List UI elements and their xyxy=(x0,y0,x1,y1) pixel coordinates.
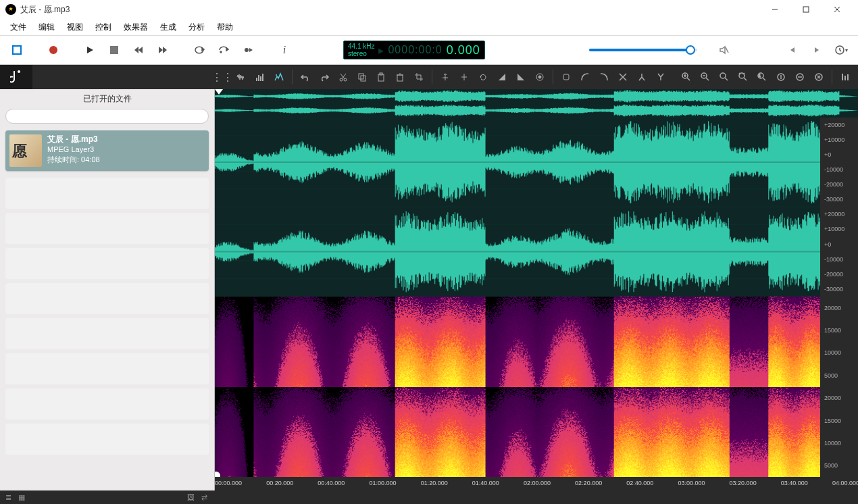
svg-marker-6 xyxy=(87,47,93,53)
tab-indicator[interactable] xyxy=(0,65,32,89)
file-name: 艾辰 - 愿.mp3 xyxy=(47,134,205,145)
menu-effects[interactable]: 效果器 xyxy=(118,20,154,35)
record-button[interactable] xyxy=(43,40,64,60)
svg-marker-19 xyxy=(815,47,819,53)
anchor-mid-icon[interactable] xyxy=(455,68,473,86)
freq-scale-right: 2000015000100005000 xyxy=(820,387,858,478)
minimize-button[interactable] xyxy=(759,0,790,19)
vzoom-in-icon[interactable] xyxy=(772,68,790,86)
menu-control[interactable]: 控制 xyxy=(89,20,118,35)
menu-file[interactable]: 文件 xyxy=(4,20,32,35)
zoom-sel-icon[interactable] xyxy=(715,68,733,86)
mute-button[interactable] xyxy=(713,40,734,60)
svg-point-21 xyxy=(18,70,20,73)
svg-line-17 xyxy=(726,47,728,53)
stop-button[interactable] xyxy=(104,40,124,60)
curve2-icon[interactable] xyxy=(595,68,613,86)
freq-scale-left: 2000015000100005000 xyxy=(820,297,858,387)
menu-analyze[interactable]: 分析 xyxy=(182,20,211,35)
svg-marker-9 xyxy=(138,47,143,53)
anchor-loop-icon[interactable] xyxy=(474,68,492,86)
zoom-1to1-icon[interactable]: 1 xyxy=(753,68,771,86)
vzoom-out-icon[interactable] xyxy=(791,68,809,86)
undo-icon[interactable] xyxy=(297,68,314,86)
fade-out-icon[interactable] xyxy=(512,68,530,86)
zoom-out-icon[interactable] xyxy=(697,68,714,86)
loop-button[interactable] xyxy=(189,40,209,60)
rewind-button[interactable] xyxy=(128,40,149,60)
svg-text:1: 1 xyxy=(759,74,761,78)
empty-slot xyxy=(5,424,209,455)
cut-icon[interactable] xyxy=(334,68,352,86)
menu-help[interactable]: 帮助 xyxy=(211,20,239,35)
play-button[interactable] xyxy=(80,40,100,60)
marker-icon[interactable] xyxy=(557,68,575,86)
menu-generate[interactable]: 生成 xyxy=(154,20,182,35)
nav-back-button[interactable] xyxy=(782,40,803,60)
menu-view[interactable]: 视图 xyxy=(61,20,89,35)
history-button[interactable]: ▾ xyxy=(831,40,851,60)
cross-icon[interactable] xyxy=(614,68,632,86)
time-ruler[interactable]: 00:00.00000:20.00000:40.00001:00.00001:2… xyxy=(215,477,858,490)
grip-icon[interactable]: ⋮⋮ xyxy=(213,68,231,86)
status-list-icon[interactable]: ≣ xyxy=(5,493,11,502)
svg-rect-1 xyxy=(803,7,809,12)
svg-rect-23 xyxy=(258,75,259,81)
waveform-right[interactable]: +20000+10000+0-10000-20000-30000 xyxy=(215,207,858,297)
spectrogram-right[interactable]: 2000015000100005000 xyxy=(215,387,858,478)
levels-icon[interactable] xyxy=(836,68,854,86)
spectrogram-left[interactable]: 2000015000100005000 xyxy=(215,297,858,387)
tools-toolbar: ⋮⋮ 1 xyxy=(0,65,858,89)
counter-gray: 0000:00:0 xyxy=(388,44,442,56)
crop-icon[interactable] xyxy=(410,68,428,86)
record-to-new-button[interactable] xyxy=(238,40,258,60)
fade-in-icon[interactable] xyxy=(493,68,511,86)
loop-selection-button[interactable] xyxy=(213,40,234,60)
amp-scale-right: +20000+10000+0-10000-20000-30000 xyxy=(820,207,858,297)
volume-slider[interactable] xyxy=(589,49,697,51)
svg-marker-8 xyxy=(134,47,138,53)
paste-icon[interactable] xyxy=(372,68,390,86)
status-grid-icon[interactable]: ▦ xyxy=(18,493,25,502)
merge-icon[interactable] xyxy=(652,68,670,86)
waveform-left[interactable]: +20000+10000+0-10000-20000-30000 xyxy=(215,118,858,207)
svg-rect-33 xyxy=(397,75,403,81)
file-card[interactable]: 艾辰 - 愿.mp3 MPEG Layer3 持续时间: 04:08 ⚭▸ xyxy=(5,130,209,171)
vzoom-fit-icon[interactable] xyxy=(810,68,828,86)
redo-icon[interactable] xyxy=(316,68,333,86)
search-input[interactable] xyxy=(5,109,209,124)
svg-marker-35 xyxy=(518,74,524,80)
zoom-in-icon[interactable] xyxy=(678,68,695,86)
spectral-view-icon[interactable] xyxy=(270,68,288,86)
maximize-button[interactable] xyxy=(790,0,822,19)
status-image-icon[interactable]: 🖼 xyxy=(187,493,195,501)
close-button[interactable] xyxy=(822,0,853,19)
delete-icon[interactable] xyxy=(391,68,409,86)
menu-edit[interactable]: 编辑 xyxy=(32,20,61,35)
empty-slot xyxy=(5,178,209,209)
copy-icon[interactable] xyxy=(353,68,371,86)
normalize-icon[interactable] xyxy=(531,68,549,86)
split-icon[interactable] xyxy=(633,68,651,86)
nav-fwd-button[interactable] xyxy=(807,40,827,60)
stop-to-start-button[interactable] xyxy=(7,40,27,60)
channels-label: stereo xyxy=(348,50,374,57)
sidebar: 已打开的文件 艾辰 - 愿.mp3 MPEG Layer3 持续时间: 04:0… xyxy=(0,89,215,490)
svg-marker-16 xyxy=(249,48,253,52)
forward-button[interactable] xyxy=(153,40,173,60)
waveform-view-icon[interactable] xyxy=(232,68,250,86)
svg-point-37 xyxy=(538,76,541,78)
svg-marker-18 xyxy=(790,47,794,53)
bars-view-icon[interactable] xyxy=(251,68,269,86)
overview-waveform[interactable] xyxy=(215,89,858,118)
amp-scale-left: +20000+10000+0-10000-20000-30000 xyxy=(820,118,858,207)
svg-marker-11 xyxy=(163,47,167,53)
svg-point-15 xyxy=(245,48,249,52)
curve1-icon[interactable] xyxy=(576,68,594,86)
zoom-fit-icon[interactable] xyxy=(734,68,752,86)
editor-area: +20000+10000+0-10000-20000-30000 +20000+… xyxy=(215,89,858,490)
status-swap-icon[interactable]: ⇄ xyxy=(201,493,207,502)
status-bar: ≣ ▦ 🖼 ⇄ xyxy=(0,490,858,504)
info-button[interactable]: i xyxy=(274,40,295,60)
anchor-start-icon[interactable] xyxy=(436,68,454,86)
